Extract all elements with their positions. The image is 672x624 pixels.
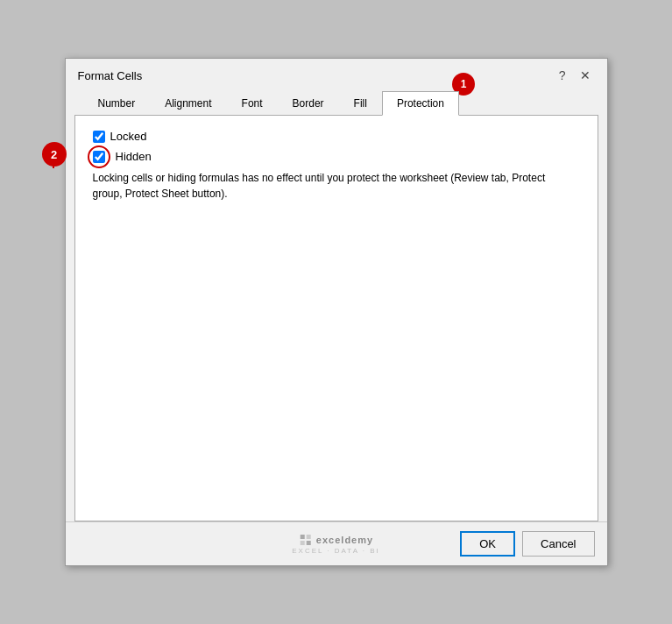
locked-label: Locked bbox=[110, 130, 147, 143]
svg-rect-1 bbox=[307, 535, 311, 539]
cancel-button[interactable]: Cancel bbox=[522, 531, 594, 557]
svg-rect-3 bbox=[307, 541, 311, 545]
tab-protection[interactable]: Protection bbox=[382, 91, 459, 116]
annotation-2: 2 bbox=[42, 142, 67, 167]
title-bar: Format Cells ? ✕ bbox=[66, 59, 607, 83]
hidden-label: Hidden bbox=[116, 150, 152, 163]
locked-checkbox[interactable] bbox=[93, 131, 105, 143]
close-button[interactable]: ✕ bbox=[576, 67, 595, 83]
watermark-icon bbox=[299, 533, 313, 547]
info-text: Locking cells or hiding formulas has no … bbox=[93, 170, 548, 202]
dialog-title: Format Cells bbox=[78, 69, 143, 82]
tab-font[interactable]: Font bbox=[227, 91, 278, 116]
tab-fill[interactable]: Fill bbox=[339, 91, 382, 116]
help-button[interactable]: ? bbox=[555, 67, 570, 83]
svg-rect-0 bbox=[301, 535, 305, 539]
watermark-text: exceldemy bbox=[316, 535, 373, 545]
tab-border[interactable]: Border bbox=[278, 91, 339, 116]
format-cells-dialog: Format Cells ? ✕ Number Alignment Font B… bbox=[65, 58, 608, 566]
tabs-wrapper: Number Alignment Font Border Fill Protec… bbox=[66, 83, 607, 116]
watermark-subtext: EXCEL · DATA · BI bbox=[292, 547, 380, 555]
ok-button[interactable]: OK bbox=[460, 531, 515, 557]
footer-buttons: OK Cancel bbox=[460, 531, 594, 557]
svg-rect-2 bbox=[301, 541, 305, 545]
annotation-2-wrapper: 2 bbox=[42, 142, 54, 168]
dialog-footer: exceldemy EXCEL · DATA · BI OK Cancel bbox=[66, 521, 607, 565]
tab-number[interactable]: Number bbox=[83, 91, 151, 116]
tab-alignment[interactable]: Alignment bbox=[150, 91, 226, 116]
tab-content: 2 Locked Hidden Locking cells or hiding … bbox=[74, 116, 598, 521]
hidden-checkbox[interactable] bbox=[93, 151, 105, 163]
hidden-row: Hidden bbox=[93, 150, 580, 163]
title-bar-buttons: ? ✕ bbox=[555, 67, 595, 83]
tab-bar: Number Alignment Font Border Fill Protec… bbox=[74, 83, 598, 116]
locked-row: Locked bbox=[93, 130, 580, 143]
watermark: exceldemy EXCEL · DATA · BI bbox=[292, 533, 380, 555]
